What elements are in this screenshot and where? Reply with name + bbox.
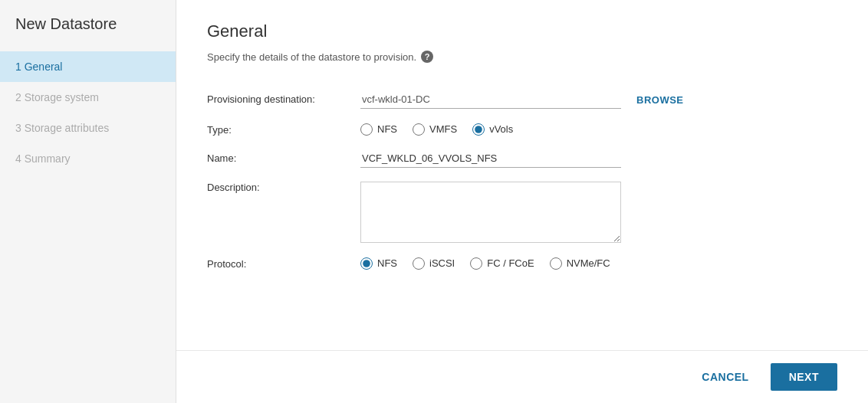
next-button[interactable]: NEXT bbox=[771, 363, 837, 391]
protocol-fc-fcoe-radio[interactable] bbox=[470, 257, 482, 270]
type-nfs-radio[interactable] bbox=[360, 123, 373, 136]
subtitle-text: Specify the details of the datastore to … bbox=[207, 51, 416, 63]
provisioning-input[interactable] bbox=[360, 90, 621, 109]
page-title: General bbox=[207, 21, 837, 41]
protocol-field: NFS iSCSI FC / FCoE NVMe/FC bbox=[360, 249, 837, 277]
sidebar-item-storage-attributes-label: 3 Storage attributes bbox=[15, 122, 109, 134]
description-field bbox=[360, 174, 837, 249]
description-textarea[interactable] bbox=[360, 182, 621, 243]
protocol-nvme-fc-label: NVMe/FC bbox=[567, 257, 610, 269]
sidebar-item-storage-attributes: 3 Storage attributes bbox=[0, 113, 176, 143]
protocol-nvme-fc-radio[interactable] bbox=[550, 257, 562, 270]
sidebar-item-summary-label: 4 Summary bbox=[15, 152, 71, 165]
protocol-iscsi-radio[interactable] bbox=[413, 257, 425, 270]
protocol-iscsi-label: iSCSI bbox=[429, 257, 455, 269]
protocol-iscsi[interactable]: iSCSI bbox=[413, 257, 455, 270]
main-content: General Specify the details of the datas… bbox=[176, 0, 868, 403]
cancel-button[interactable]: CANCEL bbox=[689, 365, 761, 389]
type-label: Type: bbox=[207, 115, 360, 143]
type-vvols-radio[interactable] bbox=[472, 123, 485, 136]
subtitle: Specify the details of the datastore to … bbox=[207, 51, 837, 63]
help-icon[interactable]: ? bbox=[421, 51, 433, 63]
provisioning-field: BROWSE bbox=[360, 84, 837, 115]
app-title: New Datastore bbox=[0, 15, 176, 51]
type-vmfs[interactable]: VMFS bbox=[413, 123, 457, 136]
footer: CANCEL NEXT bbox=[176, 350, 868, 403]
type-vmfs-radio[interactable] bbox=[413, 123, 425, 136]
name-input[interactable] bbox=[360, 149, 621, 168]
name-label: Name: bbox=[207, 143, 360, 174]
name-field bbox=[360, 143, 837, 174]
browse-link[interactable]: BROWSE bbox=[636, 94, 684, 106]
protocol-nfs-label: NFS bbox=[377, 257, 397, 269]
type-vvols-label: vVols bbox=[489, 123, 513, 135]
protocol-label: Protocol: bbox=[207, 249, 360, 277]
protocol-nfs-radio[interactable] bbox=[360, 257, 373, 270]
sidebar: New Datastore 1 General 2 Storage system… bbox=[0, 0, 176, 403]
protocol-nfs[interactable]: NFS bbox=[360, 257, 397, 270]
form: Provisioning destination: BROWSE Type: N… bbox=[207, 84, 837, 277]
sidebar-item-storage-system-label: 2 Storage system bbox=[15, 91, 99, 103]
description-label: Description: bbox=[207, 174, 360, 249]
protocol-fc-fcoe-label: FC / FCoE bbox=[487, 257, 534, 269]
type-nfs[interactable]: NFS bbox=[360, 123, 397, 136]
type-vmfs-label: VMFS bbox=[429, 123, 457, 135]
protocol-nvme-fc[interactable]: NVMe/FC bbox=[550, 257, 610, 270]
sidebar-item-summary: 4 Summary bbox=[0, 143, 176, 174]
protocol-fc-fcoe[interactable]: FC / FCoE bbox=[470, 257, 534, 270]
sidebar-item-general-label: 1 General bbox=[15, 61, 62, 73]
provisioning-label: Provisioning destination: bbox=[207, 84, 360, 115]
type-field: NFS VMFS vVols bbox=[360, 115, 837, 143]
type-vvols[interactable]: vVols bbox=[472, 123, 513, 136]
sidebar-item-general[interactable]: 1 General bbox=[0, 51, 176, 82]
sidebar-item-storage-system: 2 Storage system bbox=[0, 82, 176, 113]
type-nfs-label: NFS bbox=[377, 123, 397, 135]
